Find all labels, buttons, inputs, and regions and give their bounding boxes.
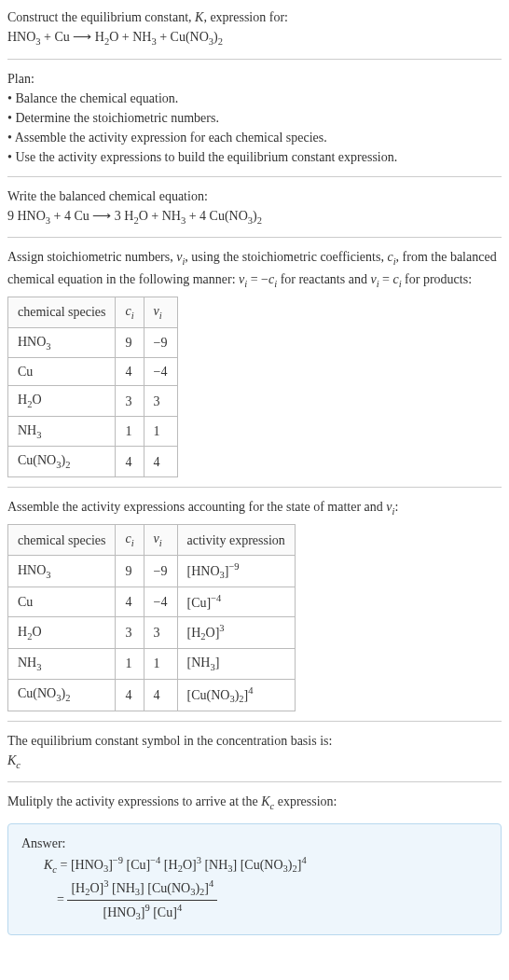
stoich-table: chemical species ci νi HNO39−9 Cu4−4 H2O… (7, 297, 178, 477)
table-row: H2O33[H2O]3 (8, 616, 296, 648)
answer-line2: = [H2O]3 [NH3] [Cu(NO3)2]4 [HNO3]9 [Cu]4 (57, 876, 488, 924)
activity-table: chemical species ci νi activity expressi… (7, 524, 296, 711)
fraction: [H2O]3 [NH3] [Cu(NO3)2]4 [HNO3]9 [Cu]4 (67, 876, 217, 924)
divider (7, 487, 502, 488)
table-row: NH311 (8, 416, 178, 447)
table-row: HNO39−9[HNO3]−9 (8, 556, 296, 587)
col-ci: ci (116, 297, 144, 328)
answer-line1: Kc = [HNO3]−9 [Cu]−4 [H2O]3 [NH3] [Cu(NO… (44, 853, 488, 876)
table-row: HNO39−9 (8, 327, 178, 358)
activity-block: Assemble the activity expressions accoun… (7, 497, 502, 711)
symbol-block: The equilibrium constant symbol in the c… (7, 731, 502, 773)
plan-item: • Balance the chemical equation. (7, 89, 502, 108)
table-row: Cu(NO3)244 (8, 447, 178, 477)
multiply-text: Mulitply the activity expressions to arr… (7, 792, 502, 814)
divider (7, 237, 502, 238)
balanced-title: Write the balanced chemical equation: (7, 186, 502, 206)
divider (7, 176, 502, 177)
stoich-intro: Assign stoichiometric numbers, νi, using… (7, 247, 502, 291)
col-nui: νi (144, 525, 177, 556)
answer-label: Answer: (21, 834, 488, 853)
plan-item: • Assemble the activity expression for e… (7, 128, 502, 147)
answer-box: Answer: Kc = [HNO3]−9 [Cu]−4 [H2O]3 [NH3… (7, 823, 502, 935)
table-row: Cu4−4[Cu]−4 (8, 587, 296, 617)
plan-block: Plan: • Balance the chemical equation. •… (7, 69, 502, 167)
intro-block: Construct the equilibrium constant, K, e… (7, 7, 502, 49)
table-row: Cu4−4 (8, 358, 178, 386)
fraction-numerator: [H2O]3 [NH3] [Cu(NO3)2]4 (67, 876, 217, 901)
balanced-equation: 9 HNO3 + 4 Cu ⟶ 3 H2O + NH3 + 4 Cu(NO3)2 (7, 206, 502, 228)
col-species: chemical species (8, 525, 116, 556)
fraction-denominator: [HNO3]9 [Cu]4 (67, 901, 217, 924)
activity-intro: Assemble the activity expressions accoun… (7, 497, 502, 519)
plan-item: • Use the activity expressions to build … (7, 147, 502, 167)
col-nui: νi (144, 297, 177, 328)
multiply-block: Mulitply the activity expressions to arr… (7, 792, 502, 814)
table-header-row: chemical species ci νi activity expressi… (8, 525, 296, 556)
table-row: Cu(NO3)244[Cu(NO3)2]4 (8, 679, 296, 711)
divider (7, 781, 502, 782)
table-row: NH311[NH3] (8, 649, 296, 680)
table-row: H2O33 (8, 386, 178, 417)
col-species: chemical species (8, 297, 116, 328)
stoich-block: Assign stoichiometric numbers, νi, using… (7, 247, 502, 477)
col-ci: ci (116, 525, 144, 556)
table-header-row: chemical species ci νi (8, 297, 178, 328)
intro-equation: HNO3 + Cu ⟶ H2O + NH3 + Cu(NO3)2 (7, 27, 502, 49)
answer-expression: Kc = [HNO3]−9 [Cu]−4 [H2O]3 [NH3] [Cu(NO… (44, 853, 488, 925)
divider (7, 721, 502, 722)
col-activity: activity expression (177, 525, 295, 556)
plan-item: • Determine the stoichiometric numbers. (7, 108, 502, 128)
intro-line1: Construct the equilibrium constant, K, e… (7, 7, 502, 27)
symbol-line1: The equilibrium constant symbol in the c… (7, 731, 502, 751)
balanced-block: Write the balanced chemical equation: 9 … (7, 186, 502, 228)
plan-title: Plan: (7, 69, 502, 89)
divider (7, 59, 502, 60)
symbol-kc: Kc (7, 751, 502, 773)
